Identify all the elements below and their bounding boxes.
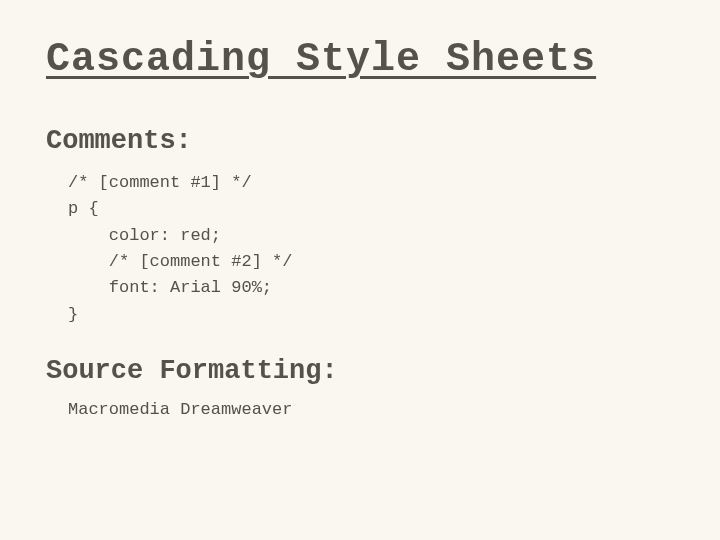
code-line: p { (68, 199, 99, 218)
section-heading-comments: Comments: (46, 126, 674, 156)
code-line: /* [comment #1] */ (68, 173, 252, 192)
code-block: /* [comment #1] */ p { color: red; /* [c… (68, 170, 674, 328)
page-title: Cascading Style Sheets (46, 38, 674, 82)
code-line: font: Arial 90%; (68, 278, 272, 297)
code-line: /* [comment #2] */ (68, 252, 292, 271)
section-heading-source-formatting: Source Formatting: (46, 356, 674, 386)
code-line: color: red; (68, 226, 221, 245)
source-formatting-text: Macromedia Dreamweaver (68, 400, 674, 419)
code-line: } (68, 305, 78, 324)
